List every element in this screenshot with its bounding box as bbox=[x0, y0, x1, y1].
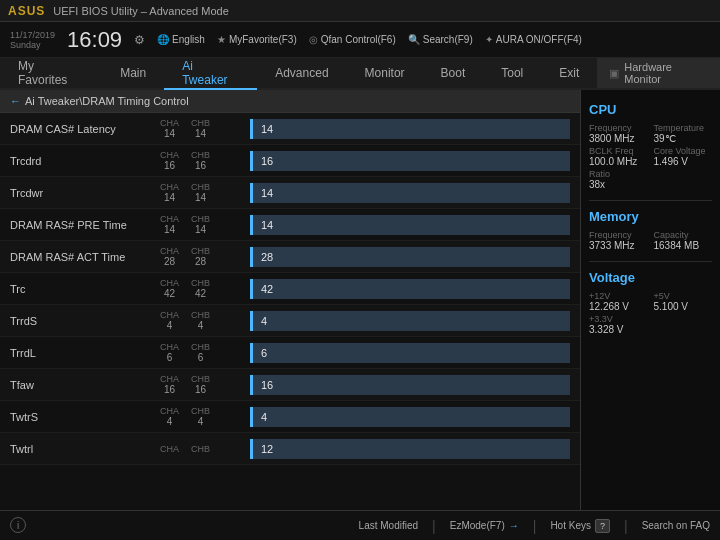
timebar: 11/17/2019 Sunday 16:09 ⚙ 🌐 English ★ My… bbox=[0, 22, 720, 58]
dram-value-bar[interactable]: 14 bbox=[250, 183, 570, 203]
search-button[interactable]: 🔍 Search(F9) bbox=[408, 34, 473, 45]
last-modified-button[interactable]: Last Modified bbox=[359, 520, 418, 531]
table-row[interactable]: Trcdrd CHA 16 CHB 16 16 bbox=[0, 145, 580, 177]
chb-value: 16 bbox=[195, 384, 206, 395]
info-icon[interactable]: i bbox=[10, 517, 26, 533]
table-row[interactable]: TwtrS CHA 4 CHB 4 4 bbox=[0, 401, 580, 433]
table-row[interactable]: Tfaw CHA 16 CHB 16 16 bbox=[0, 369, 580, 401]
day-text: Sunday bbox=[10, 40, 55, 50]
v12-label: +12V bbox=[589, 291, 648, 301]
dram-param-name: Trcdwr bbox=[10, 187, 160, 199]
search-faq-button[interactable]: Search on FAQ bbox=[642, 520, 710, 531]
tab-ai-tweaker[interactable]: Ai Tweaker bbox=[164, 58, 257, 90]
chb-value: 14 bbox=[195, 128, 206, 139]
hw-monitor-nav[interactable]: ▣ Hardware Monitor bbox=[597, 58, 720, 88]
v33-label: +3.3V bbox=[589, 314, 648, 324]
cha-value: 28 bbox=[164, 256, 175, 267]
dram-value-bar[interactable]: 42 bbox=[250, 279, 570, 299]
dram-value-bar[interactable]: 4 bbox=[250, 407, 570, 427]
table-row[interactable]: TrrdS CHA 4 CHB 4 4 bbox=[0, 305, 580, 337]
aura-button[interactable]: ✦ AURA ON/OFF(F4) bbox=[485, 34, 582, 45]
dram-value-bar[interactable]: 28 bbox=[250, 247, 570, 267]
hotkeys-label: Hot Keys bbox=[550, 520, 591, 531]
ezmode-button[interactable]: EzMode(F7) → bbox=[450, 520, 519, 531]
cpu-section-title: CPU bbox=[589, 102, 712, 117]
bios-title: UEFI BIOS Utility – Advanced Mode bbox=[53, 5, 228, 17]
sep3: | bbox=[624, 518, 628, 534]
chb-value: 28 bbox=[195, 256, 206, 267]
dram-value-bar[interactable]: 12 bbox=[250, 439, 570, 459]
dram-value-bar[interactable]: 6 bbox=[250, 343, 570, 363]
table-row[interactable]: Trcdwr CHA 14 CHB 14 14 bbox=[0, 177, 580, 209]
tab-tool[interactable]: Tool bbox=[483, 58, 541, 90]
cha-label: CHA bbox=[160, 118, 179, 128]
voltage-section-title: Voltage bbox=[589, 270, 712, 285]
cha-value: 16 bbox=[164, 384, 175, 395]
chb-label: CHB bbox=[191, 214, 210, 224]
chb-label: CHB bbox=[191, 278, 210, 288]
tab-main[interactable]: Main bbox=[102, 58, 164, 90]
dram-value-bar[interactable]: 14 bbox=[250, 215, 570, 235]
main-content: ← Ai Tweaker\DRAM Timing Control DRAM CA… bbox=[0, 90, 720, 510]
ezmode-label: EzMode(F7) bbox=[450, 520, 505, 531]
memory-stats: Frequency 3733 MHz Capacity 16384 MB bbox=[589, 230, 712, 251]
dram-param-name: Trc bbox=[10, 283, 160, 295]
table-row[interactable]: DRAM RAS# PRE Time CHA 14 CHB 14 14 bbox=[0, 209, 580, 241]
cpu-ratio-label: Ratio bbox=[589, 169, 648, 179]
cpu-bclk-label: BCLK Freq bbox=[589, 146, 648, 156]
search-icon: 🔍 bbox=[408, 34, 420, 45]
mem-freq-label: Frequency bbox=[589, 230, 648, 240]
dram-channels: CHA 16 CHB 16 bbox=[160, 150, 250, 171]
tab-exit[interactable]: Exit bbox=[541, 58, 597, 90]
cha-value: 6 bbox=[167, 352, 173, 363]
cpu-freq-label: Frequency bbox=[589, 123, 648, 133]
dram-value-bar[interactable]: 16 bbox=[250, 151, 570, 171]
cha-label: CHA bbox=[160, 246, 179, 256]
language-selector[interactable]: 🌐 English bbox=[157, 34, 205, 45]
dram-value-bar[interactable]: 16 bbox=[250, 375, 570, 395]
tab-advanced[interactable]: Advanced bbox=[257, 58, 346, 90]
topbar: ASUS UEFI BIOS Utility – Advanced Mode bbox=[0, 0, 720, 22]
cha-label: CHA bbox=[160, 374, 179, 384]
tab-my-favorites[interactable]: My Favorites bbox=[0, 58, 102, 90]
table-row[interactable]: DRAM CAS# Latency CHA 14 CHB 14 14 bbox=[0, 113, 580, 145]
monitor-icon: ▣ bbox=[609, 67, 619, 80]
back-arrow-icon[interactable]: ← bbox=[10, 95, 21, 107]
table-row[interactable]: Twtrl CHA CHB 12 bbox=[0, 433, 580, 465]
table-row[interactable]: TrrdL CHA 6 CHB 6 6 bbox=[0, 337, 580, 369]
memory-section-title: Memory bbox=[589, 209, 712, 224]
dram-value: 16 bbox=[261, 155, 273, 167]
cpu-freq-value: 3800 MHz bbox=[589, 133, 648, 144]
dram-value-bar[interactable]: 14 bbox=[250, 119, 570, 139]
voltage-stats: +12V 12.268 V +5V 5.100 V +3.3V 3.328 V bbox=[589, 291, 712, 335]
dram-param-name: Twtrl bbox=[10, 443, 160, 455]
cha-value: 14 bbox=[164, 224, 175, 235]
right-panel: CPU Frequency 3800 MHz Temperature 39℃ B… bbox=[580, 90, 720, 510]
last-modified-label: Last Modified bbox=[359, 520, 418, 531]
dram-value: 6 bbox=[261, 347, 267, 359]
dram-channels: CHA 14 CHB 14 bbox=[160, 118, 250, 139]
dram-value-bar[interactable]: 4 bbox=[250, 311, 570, 331]
aura-label: AURA ON/OFF(F4) bbox=[496, 34, 582, 45]
cpu-divider bbox=[589, 200, 712, 201]
myfavorites-button[interactable]: ★ MyFavorite(F3) bbox=[217, 34, 297, 45]
language-label: English bbox=[172, 34, 205, 45]
cha-label: CHA bbox=[160, 214, 179, 224]
table-row[interactable]: DRAM RAS# ACT Time CHA 28 CHB 28 28 bbox=[0, 241, 580, 273]
search-faq-label: Search on FAQ bbox=[642, 520, 710, 531]
mem-divider bbox=[589, 261, 712, 262]
cpu-volt-value: 1.496 V bbox=[654, 156, 713, 167]
dram-param-name: DRAM RAS# ACT Time bbox=[10, 251, 160, 263]
settings-gear-icon[interactable]: ⚙ bbox=[134, 33, 145, 47]
chb-label: CHB bbox=[191, 406, 210, 416]
hotkeys-badge: ? bbox=[595, 519, 610, 533]
cha-label: CHA bbox=[160, 150, 179, 160]
table-row[interactable]: Trc CHA 42 CHB 42 42 bbox=[0, 273, 580, 305]
dram-channels: CHA 42 CHB 42 bbox=[160, 278, 250, 299]
qfan-button[interactable]: ◎ Qfan Control(F6) bbox=[309, 34, 396, 45]
chb-value: 4 bbox=[198, 416, 204, 427]
qfan-label: Qfan Control(F6) bbox=[321, 34, 396, 45]
hotkeys-button[interactable]: Hot Keys ? bbox=[550, 519, 610, 533]
tab-monitor[interactable]: Monitor bbox=[347, 58, 423, 90]
tab-boot[interactable]: Boot bbox=[423, 58, 484, 90]
